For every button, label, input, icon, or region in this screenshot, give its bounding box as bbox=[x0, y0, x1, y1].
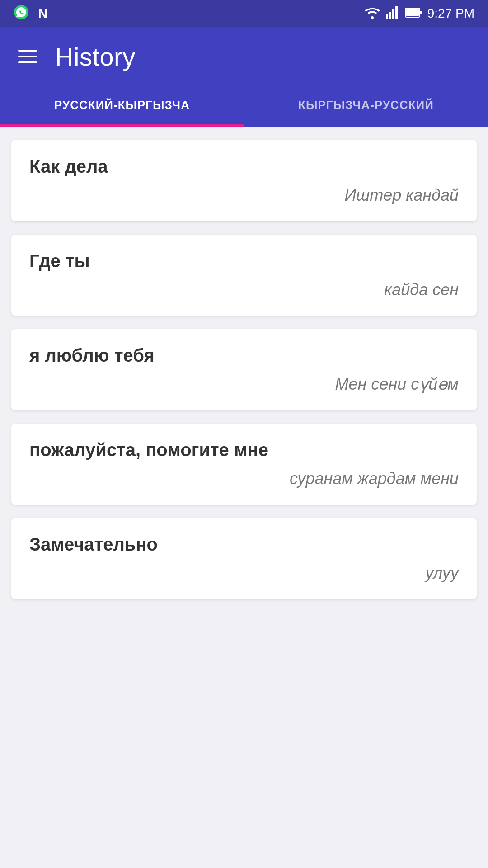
tab-bar: РУССКИЙ-КЫРГЫЗЧА КЫРГЫЗЧА-РУССКИЙ bbox=[0, 86, 488, 127]
card-translation-2: кайда сен bbox=[29, 280, 459, 299]
card-source-5: Замечательно bbox=[29, 534, 459, 555]
menu-button[interactable] bbox=[18, 50, 37, 63]
card-source-3: я люблю тебя bbox=[29, 345, 459, 366]
content-area: Как дела Иштер кандай Где ты кайда сен я… bbox=[0, 127, 488, 868]
card-translation-1: Иштер кандай bbox=[29, 186, 459, 205]
card-source-1: Как дела bbox=[29, 156, 459, 177]
translation-card-4[interactable]: пожалуйста, помогите мне суранам жардам … bbox=[11, 424, 477, 505]
svg-rect-2 bbox=[389, 12, 391, 19]
translation-card-2[interactable]: Где ты кайда сен bbox=[11, 235, 477, 316]
translation-card-5[interactable]: Замечательно улуу bbox=[11, 518, 477, 599]
tab-russian-kyrgyz[interactable]: РУССКИЙ-КЫРГЫЗЧА bbox=[0, 86, 244, 127]
card-translation-4: суранам жардам мени bbox=[29, 469, 459, 488]
svg-rect-4 bbox=[395, 6, 398, 19]
card-translation-5: улуу bbox=[29, 564, 459, 583]
svg-rect-1 bbox=[386, 14, 388, 19]
translation-card-3[interactable]: я люблю тебя Мен сени сүйөм bbox=[11, 329, 477, 410]
svg-rect-3 bbox=[392, 9, 394, 19]
signal-icon bbox=[386, 6, 399, 21]
app-bar: History bbox=[0, 27, 488, 86]
card-translation-3: Мен сени сүйөм bbox=[29, 375, 459, 394]
page-title: History bbox=[55, 42, 136, 71]
status-bar-left: N bbox=[14, 5, 48, 23]
card-source-4: пожалуйста, помогите мне bbox=[29, 440, 459, 460]
battery-icon bbox=[405, 8, 422, 19]
translation-card-1[interactable]: Как дела Иштер кандай bbox=[11, 140, 477, 221]
svg-rect-6 bbox=[420, 11, 422, 14]
tab-kyrgyz-russian[interactable]: КЫРГЫЗЧА-РУССКИЙ bbox=[244, 86, 488, 127]
card-source-2: Где ты bbox=[29, 251, 459, 271]
whatsapp-icon bbox=[14, 5, 29, 23]
svg-rect-7 bbox=[406, 9, 419, 16]
status-time: 9:27 PM bbox=[427, 6, 474, 21]
status-bar: N 9:27 PM bbox=[0, 0, 488, 27]
status-bar-right: 9:27 PM bbox=[364, 6, 474, 21]
wifi-icon bbox=[364, 6, 380, 21]
n-notification-icon: N bbox=[38, 6, 48, 21]
